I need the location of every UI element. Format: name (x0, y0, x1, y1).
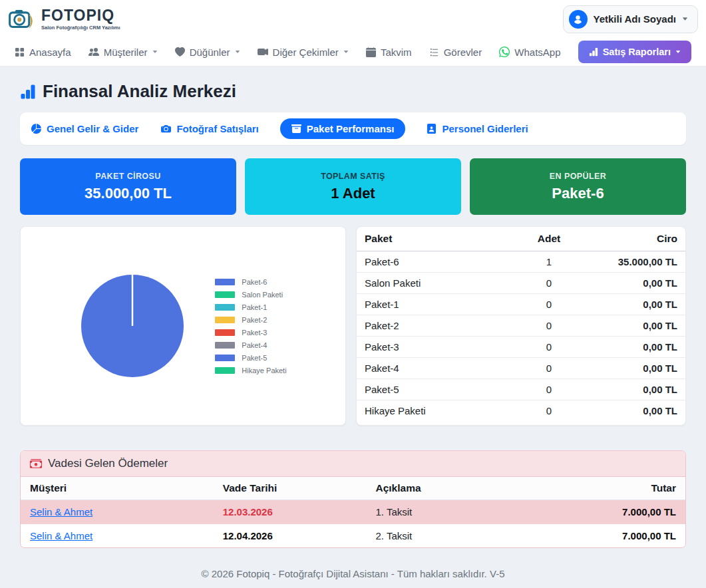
package-table-card: Paket Adet Ciro Paket-6 1 35.000,00 TL S… (356, 226, 686, 426)
page-title: Finansal Analiz Merkezi (20, 81, 686, 102)
package-name: Salon Paketi (357, 273, 504, 294)
package-pie-chart-card: Paket-6 Salon Paketi Paket-1 Paket-2 Pak… (20, 226, 346, 426)
due-date: 12.04.2026 (214, 524, 367, 548)
nav-item-anasayfa[interactable]: Anasayfa (15, 47, 71, 58)
package-count: 0 (504, 358, 593, 379)
package-revenue: 0,00 TL (594, 400, 685, 422)
nav-item-whatsapp[interactable]: WhatsApp (499, 47, 560, 58)
column-header-ciro[interactable]: Ciro (594, 227, 685, 251)
legend-item[interactable]: Paket-6 (215, 278, 286, 286)
legend-swatch (215, 317, 235, 323)
logo-subtitle: Salon Fotoğrafçılığı CRM Yazılımı (41, 25, 120, 31)
legend-label: Paket-3 (242, 329, 267, 337)
stats-row: PAKET CİROSU 35.000,00 TL TOPLAM SATIŞ 1… (20, 158, 686, 215)
stat-card-en-populer: EN POPÜLER Paket-6 (470, 158, 686, 215)
payments-due-card: Vadesi Gelen Ödemeler Müşteri Vade Tarih… (20, 450, 686, 548)
package-name: Paket-5 (357, 379, 504, 400)
bar-chart-icon (20, 84, 36, 100)
table-row: Salon Paketi 0 0,00 TL (357, 273, 685, 294)
user-menu-button[interactable]: Yetkili Adı Soyadı (563, 5, 698, 33)
pie-chart-icon (31, 124, 41, 134)
nav-label: Düğünler (190, 47, 230, 58)
grid-icon (15, 47, 25, 57)
due-date: 12.03.2026 (214, 500, 367, 524)
table-row: Paket-2 0 0,00 TL (357, 315, 685, 337)
legend-swatch (215, 279, 235, 285)
legend-item[interactable]: Paket-5 (215, 354, 286, 362)
legend-item[interactable]: Paket-3 (215, 329, 286, 337)
people-icon (88, 47, 99, 57)
package-revenue: 0,00 TL (594, 315, 685, 337)
legend-item[interactable]: Paket-2 (215, 316, 286, 324)
video-camera-icon (258, 47, 268, 57)
content-row: Paket-6 Salon Paketi Paket-1 Paket-2 Pak… (20, 226, 686, 426)
pie-chart[interactable] (79, 273, 186, 379)
nav-item-dugunler[interactable]: Düğünler (175, 47, 240, 58)
footer-copyright: © 2026 Fotopiq - Fotoğrafçı Dijital Asis… (20, 548, 686, 588)
package-name: Hikaye Paketi (357, 400, 504, 422)
package-revenue: 0,00 TL (594, 379, 685, 400)
nav-label: Diğer Çekimler (273, 47, 339, 58)
stat-value: 35.000,00 TL (85, 185, 172, 202)
nav-label: WhatsApp (514, 47, 560, 58)
page-title-text: Finansal Analiz Merkezi (43, 81, 236, 102)
legend-item[interactable]: Hikaye Paketi (215, 367, 286, 374)
sales-reports-label: Satış Raporları (603, 47, 671, 57)
stat-card-toplam-satis: TOPLAM SATIŞ 1 Adet (245, 158, 461, 215)
legend-item[interactable]: Paket-4 (215, 341, 286, 349)
tab-label: Fotoğraf Satışları (176, 123, 258, 134)
payments-table: Müşteri Vade Tarihi Açıklama Tutar Selin… (21, 477, 685, 547)
legend-label: Salon Paketi (242, 291, 283, 299)
nav-item-musteriler[interactable]: Müşteriler (88, 47, 158, 58)
nav-item-takvim[interactable]: Takvim (366, 47, 412, 58)
archive-icon (291, 124, 301, 134)
stat-value: 1 Adet (331, 185, 375, 202)
customer-link[interactable]: Selin & Ahmet (30, 530, 92, 541)
stat-label: EN POPÜLER (550, 172, 606, 181)
legend-label: Paket-5 (242, 354, 267, 362)
payment-amount: 7.000,00 TL (552, 524, 685, 548)
column-header-tutar[interactable]: Tutar (552, 477, 685, 500)
payments-due-header: Vadesi Gelen Ödemeler (21, 451, 685, 477)
top-header: FOTOPIQ Salon Fotoğrafçılığı CRM Yazılım… (0, 0, 706, 38)
nav-item-diger-cekimler[interactable]: Diğer Çekimler (258, 47, 349, 58)
customer-link[interactable]: Selin & Ahmet (30, 506, 92, 517)
tab-paket-performansi[interactable]: Paket Performansı (280, 118, 406, 139)
column-header-vade-tarihi[interactable]: Vade Tarihi (214, 477, 367, 500)
column-header-aciklama[interactable]: Açıklama (366, 477, 552, 500)
column-header-paket[interactable]: Paket (357, 227, 504, 251)
chevron-down-icon (682, 16, 688, 22)
stat-label: PAKET CİROSU (95, 172, 160, 181)
chevron-down-icon (152, 49, 158, 55)
package-table: Paket Adet Ciro Paket-6 1 35.000,00 TL S… (357, 227, 685, 421)
tab-genel-gelir-gider[interactable]: Genel Gelir & Gider (30, 118, 140, 139)
legend-label: Hikaye Paketi (242, 367, 286, 374)
chevron-down-icon (343, 49, 349, 55)
bar-chart-icon (589, 47, 598, 57)
legend-item[interactable]: Paket-1 (215, 303, 286, 311)
whatsapp-icon (499, 47, 510, 57)
camera-icon (161, 124, 171, 134)
legend-item[interactable]: Salon Paketi (215, 291, 286, 299)
payment-amount: 7.000,00 TL (552, 500, 685, 524)
package-count: 0 (504, 337, 593, 358)
legend-swatch (215, 329, 235, 336)
app-logo[interactable]: FOTOPIQ Salon Fotoğrafçılığı CRM Yazılım… (8, 7, 120, 32)
legend-label: Paket-4 (242, 341, 267, 349)
column-header-adet[interactable]: Adet (504, 227, 593, 251)
package-revenue: 35.000,00 TL (594, 251, 685, 273)
table-row: Paket-1 0 0,00 TL (357, 294, 685, 315)
nav-label: Anasayfa (29, 47, 71, 58)
sales-reports-button[interactable]: Satış Raporları (578, 41, 691, 63)
package-revenue: 0,00 TL (594, 294, 685, 315)
tab-fotograf-satislari[interactable]: Fotoğraf Satışları (160, 118, 260, 139)
cash-stack-icon (30, 458, 42, 470)
nav-item-gorevler[interactable]: Görevler (429, 47, 482, 58)
table-row: Paket-6 1 35.000,00 TL (357, 251, 685, 273)
logo-title: FOTOPIQ (41, 8, 120, 23)
tab-personel-giderleri[interactable]: Personel Giderleri (425, 118, 529, 139)
payment-description: 1. Taksit (366, 500, 552, 524)
table-row: Hikaye Paketi 0 0,00 TL (357, 400, 685, 422)
chevron-down-icon (675, 49, 681, 55)
column-header-musteri[interactable]: Müşteri (21, 477, 214, 500)
